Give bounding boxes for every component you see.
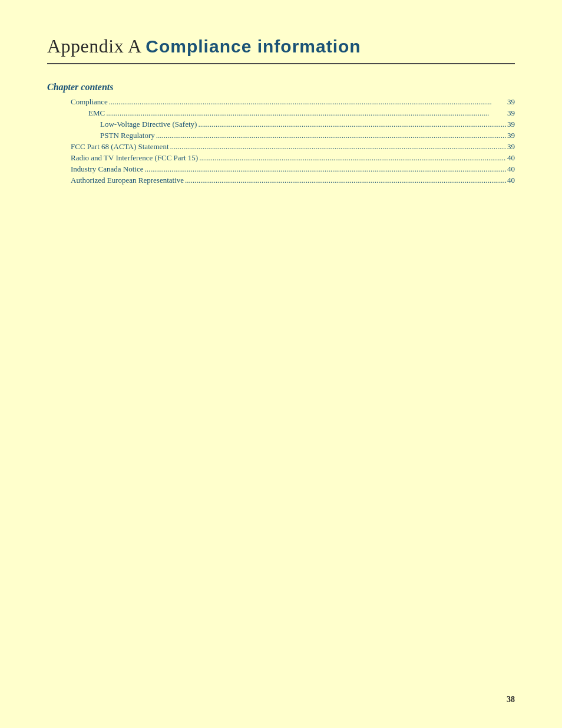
list-item[interactable]: FCC Part 68 (ACTA) Statement............… xyxy=(71,142,515,151)
toc-link[interactable]: PSTN Regulatory xyxy=(100,131,155,140)
chapter-contents-section: Chapter contents Compliance.............… xyxy=(47,82,515,185)
toc-page-number: 40 xyxy=(507,153,515,163)
list-item[interactable]: Authorized European Representative......… xyxy=(71,176,515,185)
toc-dots: ........................................… xyxy=(170,142,506,151)
chapter-contents-title: Chapter contents xyxy=(47,82,515,93)
list-item[interactable]: EMC.....................................… xyxy=(88,108,515,118)
toc-page-number: 39 xyxy=(507,142,515,151)
chapter-header: Appendix A Compliance information xyxy=(47,35,515,64)
page: Appendix A Compliance information Chapte… xyxy=(0,0,562,728)
toc-dots: ........................................… xyxy=(109,97,506,107)
toc-link[interactable]: EMC xyxy=(88,108,105,118)
toc-page-number: 39 xyxy=(507,97,515,107)
toc-dots: ........................................… xyxy=(199,153,506,163)
toc-link[interactable]: Radio and TV Interference (FCC Part 15) xyxy=(71,153,198,163)
toc-page-number: 39 xyxy=(507,120,515,129)
page-number: 38 xyxy=(507,695,515,704)
toc-dots: ........................................… xyxy=(106,108,506,118)
list-item[interactable]: Low-Voltage Directive (Safety)..........… xyxy=(100,120,515,129)
toc-page-number: 40 xyxy=(507,164,515,174)
toc-page-number: 39 xyxy=(507,108,515,118)
toc-link[interactable]: Industry Canada Notice xyxy=(71,164,143,174)
toc-dots: ........................................… xyxy=(144,164,506,174)
chapter-title-bold: Compliance information xyxy=(146,37,361,56)
list-item[interactable]: Compliance..............................… xyxy=(71,97,515,107)
list-item[interactable]: Radio and TV Interference (FCC Part 15).… xyxy=(71,153,515,163)
chapter-title-prefix: Appendix A xyxy=(47,35,146,57)
table-of-contents: Compliance..............................… xyxy=(71,97,515,185)
chapter-title: Appendix A Compliance information xyxy=(47,35,515,57)
toc-page-number: 39 xyxy=(507,131,515,140)
list-item[interactable]: Industry Canada Notice..................… xyxy=(71,164,515,174)
toc-link[interactable]: Authorized European Representative xyxy=(71,176,184,185)
toc-link[interactable]: Low-Voltage Directive (Safety) xyxy=(100,120,197,129)
toc-link[interactable]: FCC Part 68 (ACTA) Statement xyxy=(71,142,169,151)
toc-dots: ........................................… xyxy=(198,120,506,129)
toc-dots: ........................................… xyxy=(156,131,506,140)
toc-link[interactable]: Compliance xyxy=(71,97,108,107)
toc-dots: ........................................… xyxy=(185,176,506,185)
list-item[interactable]: PSTN Regulatory.........................… xyxy=(100,131,515,140)
toc-page-number: 40 xyxy=(507,176,515,185)
